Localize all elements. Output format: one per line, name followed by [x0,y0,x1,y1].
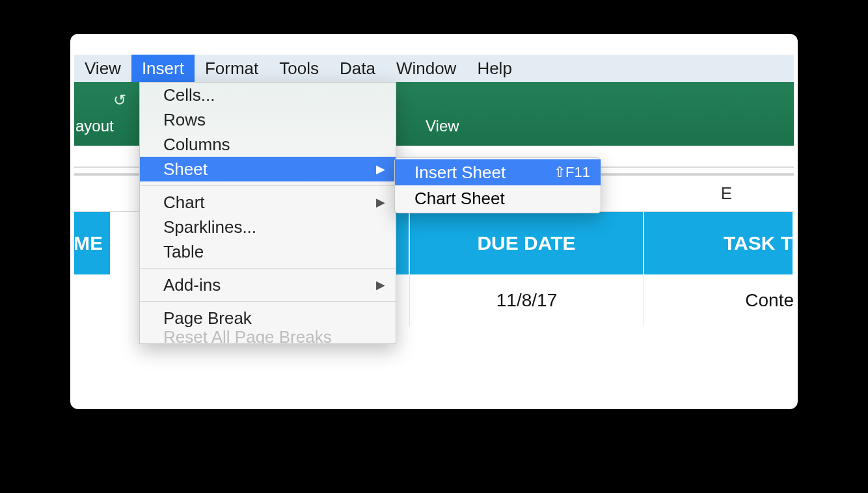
menu-window[interactable]: Window [386,55,467,82]
menu-item-page-break[interactable]: Page Break [140,306,396,330]
menu-item-columns[interactable]: Columns [140,132,396,157]
menu-item-addins[interactable]: Add-ins [140,273,396,297]
menu-item-sheet[interactable]: Sheet [140,157,396,181]
menubar: View Insert Format Tools Data Window Hel… [74,55,794,82]
screenshot-card: View Insert Format Tools Data Window Hel… [70,34,798,409]
menu-item-reset-page-breaks[interactable]: Reset All Page Breaks [140,330,396,343]
menu-tools[interactable]: Tools [269,55,329,82]
ribbon-tab-view[interactable]: View [426,117,459,135]
menu-item-cells[interactable]: Cells... [140,83,396,107]
cell-due-date[interactable]: 11/8/17 [410,274,644,326]
menu-format[interactable]: Format [195,55,269,82]
menu-data[interactable]: Data [329,55,386,82]
menu-separator [140,268,396,269]
cell-task[interactable]: Conte [644,274,794,326]
submenu-label: Chart Sheet [414,189,505,209]
menu-item-chart[interactable]: Chart [140,190,396,215]
table-header-due-date: DUE DATE [410,212,644,274]
table-header-name-frag: ME [74,212,105,274]
submenu-insert-sheet[interactable]: Insert Sheet ⇧F11 [395,159,601,185]
ribbon-tab-layout[interactable]: ayout [75,117,114,135]
submenu-chart-sheet[interactable]: Chart Sheet [395,185,601,211]
menu-item-table[interactable]: Table [140,239,396,264]
insert-menu: Cells... Rows Columns Sheet Chart Sparkl… [139,82,396,344]
app-window: View Insert Format Tools Data Window Hel… [74,55,794,377]
shortcut-label: ⇧F11 [554,164,590,181]
submenu-label: Insert Sheet [414,163,506,183]
table-header-task: TASK T [644,212,794,274]
col-header-e[interactable]: E [659,176,794,211]
sheet-submenu: Insert Sheet ⇧F11 Chart Sheet [394,157,601,213]
menu-item-sparklines[interactable]: Sparklines... [140,215,396,239]
menu-separator [140,185,396,186]
menu-insert[interactable]: Insert [131,55,195,82]
undo-icon[interactable]: ↺ [113,91,126,109]
menu-item-rows[interactable]: Rows [140,107,396,132]
menu-view[interactable]: View [74,55,131,82]
menu-help[interactable]: Help [467,55,522,82]
menu-separator [140,301,396,302]
